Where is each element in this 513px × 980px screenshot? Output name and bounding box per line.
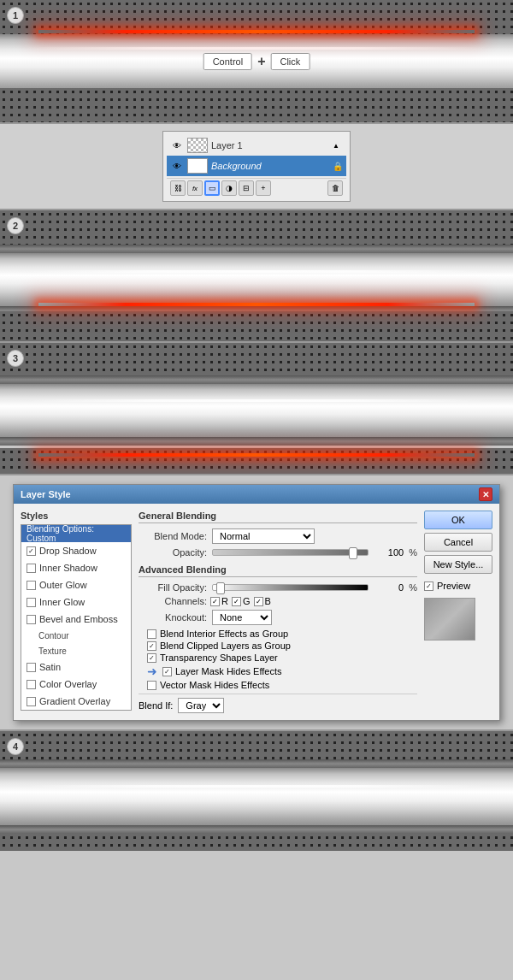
link-tool-btn[interactable]: ⛓ [170, 180, 186, 196]
layer-mask-checkbox[interactable]: ✓ [162, 667, 172, 676]
blend-interior-label: Blend Interior Effects as Group [160, 629, 288, 639]
channel-r-label: R [221, 596, 228, 606]
drop-shadow-label: Drop Shadow [39, 546, 97, 556]
step3-badge: 3 [7, 350, 24, 367]
blend-if-select[interactable]: Gray [178, 698, 224, 713]
background-eye-icon[interactable]: 👁 [170, 159, 184, 173]
ok-button[interactable]: OK [424, 511, 492, 529]
styles-label: Styles [21, 511, 132, 521]
layer1-name: Layer 1 [211, 140, 329, 151]
satin-checkbox[interactable] [27, 663, 36, 672]
color-overlay-checkbox[interactable] [27, 680, 36, 689]
layer1-row[interactable]: 👁 Layer 1 ▲ [167, 135, 346, 156]
style-blending-options[interactable]: Blending Options: Custom [21, 525, 131, 542]
knockout-label: Knockout: [139, 612, 207, 623]
drop-shadow-checkbox[interactable]: ✓ [27, 546, 36, 556]
center-panel: General Blending Blend Mode: Normal Opac… [139, 511, 417, 713]
red-glow-top [38, 30, 475, 33]
step4-badge: 4 [7, 738, 24, 755]
style-bevel-emboss[interactable]: Bevel and Emboss [21, 611, 131, 628]
s2-dots-bottom [0, 311, 513, 341]
satin-label: Satin [39, 662, 61, 672]
layer1-thumbnail [187, 138, 208, 153]
blend-interior-row: Blend Interior Effects as Group [139, 629, 417, 639]
layer1-expand: ▲ [333, 142, 343, 150]
click-button[interactable]: Click [270, 53, 310, 70]
step2-badge: 2 [7, 217, 24, 234]
s2-band-top [0, 245, 513, 253]
fill-opacity-percent: % [409, 582, 417, 593]
vector-mask-row: Vector Mask Hides Effects [139, 680, 417, 690]
texture-label: Texture [38, 646, 67, 656]
blending-options-label: Blending Options: Custom [27, 524, 126, 543]
layers-panel-section: 👁 Layer 1 ▲ 👁 Background 🔒 ⛓ fx ▭ ◑ ⊟ + … [0, 124, 513, 210]
style-drop-shadow[interactable]: ✓ Drop Shadow [21, 542, 131, 559]
section4-cylinder: 4 [0, 731, 513, 851]
channel-g-label: G [243, 596, 251, 606]
style-satin[interactable]: Satin [21, 658, 131, 676]
s4-dots-top [0, 731, 513, 761]
layer-mask-row: ➜ ✓ Layer Mask Hides Effects [139, 664, 417, 678]
style-inner-glow[interactable]: Inner Glow [21, 593, 131, 611]
s4-main [0, 768, 513, 828]
blend-if-row: Blend If: Gray [139, 694, 417, 713]
dialog-close-btn[interactable]: ✕ [479, 487, 492, 501]
s2-highlight [0, 270, 513, 273]
cylinder-dots-top [0, 0, 513, 34]
step1-badge: 1 [7, 7, 24, 24]
new-style-button[interactable]: New Style... [424, 555, 492, 574]
control-button[interactable]: Control [203, 53, 252, 70]
preview-checkbox[interactable]: ✓ [424, 582, 433, 591]
bevel-emboss-checkbox[interactable] [27, 615, 36, 624]
adjust-tool-btn[interactable]: ◑ [221, 180, 237, 196]
style-contour[interactable]: Contour [21, 628, 131, 643]
folder-tool-btn[interactable]: ⊟ [239, 180, 254, 196]
lock-icon: 🔒 [333, 162, 343, 171]
style-gradient-overlay[interactable]: Gradient Overlay [21, 693, 131, 710]
color-overlay-label: Color Overlay [39, 679, 97, 689]
outer-glow-checkbox[interactable] [27, 581, 36, 590]
s2-main [0, 253, 513, 309]
vector-mask-checkbox[interactable] [147, 681, 156, 690]
channel-g-checkbox[interactable]: ✓ [232, 597, 241, 606]
transparency-shapes-label: Transparency Shapes Layer [160, 652, 278, 663]
cancel-button[interactable]: Cancel [424, 533, 492, 552]
layer1-eye-icon[interactable]: 👁 [170, 139, 184, 152]
channel-b-checkbox[interactable]: ✓ [254, 597, 263, 606]
background-row[interactable]: 👁 Background 🔒 [167, 156, 346, 176]
cylinder-dots-bottom-s1 [0, 88, 513, 122]
blend-mode-label: Blend Mode: [139, 531, 207, 541]
new-layer-btn[interactable]: + [256, 180, 271, 196]
background-thumbnail [187, 158, 208, 174]
gradient-overlay-checkbox[interactable] [27, 697, 36, 706]
opacity-thumb[interactable] [349, 547, 357, 559]
style-inner-shadow[interactable]: Inner Shadow [21, 559, 131, 576]
style-texture[interactable]: Texture [21, 643, 131, 658]
blending-options-title: General Blending [139, 511, 417, 523]
s3-band-mid [0, 437, 513, 446]
blend-clipped-checkbox[interactable]: ✓ [147, 641, 156, 651]
fill-opacity-label: Fill Opacity: [139, 582, 207, 593]
s3-red-glow [38, 453, 475, 457]
fx-tool-btn[interactable]: fx [187, 180, 203, 196]
s4-band-bottom [0, 825, 513, 834]
transparency-shapes-checkbox[interactable]: ✓ [147, 653, 156, 663]
section2-cylinder: 2 [0, 210, 513, 343]
fill-opacity-thumb[interactable] [216, 582, 225, 594]
fill-opacity-slider[interactable] [212, 584, 369, 591]
section1-cylinder: 1 Control + Click [0, 0, 513, 124]
style-outer-glow[interactable]: Outer Glow [21, 576, 131, 593]
knockout-select[interactable]: None [212, 610, 272, 625]
delete-layer-btn[interactable]: 🗑 [327, 180, 343, 196]
opacity-slider[interactable] [212, 549, 369, 556]
channel-r-checkbox[interactable]: ✓ [210, 597, 220, 606]
style-color-overlay[interactable]: Color Overlay [21, 676, 131, 693]
inner-shadow-checkbox[interactable] [27, 564, 36, 573]
dialog-body: Styles Blending Options: Custom ✓ Drop S… [14, 504, 499, 720]
styles-panel: Styles Blending Options: Custom ✓ Drop S… [21, 511, 132, 713]
transparency-shapes-row: ✓ Transparency Shapes Layer [139, 652, 417, 663]
mask-tool-btn[interactable]: ▭ [204, 180, 220, 196]
blend-mode-select[interactable]: Normal [212, 528, 315, 544]
inner-glow-checkbox[interactable] [27, 598, 36, 607]
blend-interior-checkbox[interactable] [147, 629, 156, 639]
